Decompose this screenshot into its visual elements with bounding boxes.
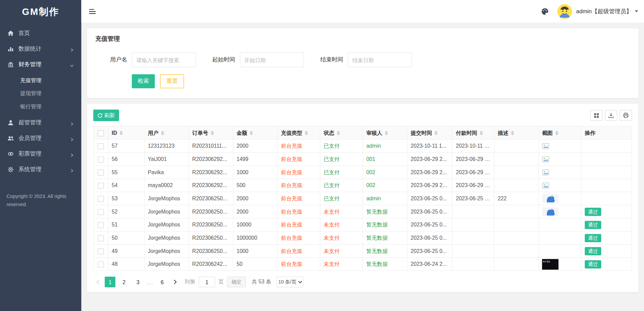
refresh-button[interactable]: 刷新 bbox=[93, 110, 119, 121]
row-checkbox[interactable] bbox=[98, 196, 104, 202]
sort-icon[interactable] bbox=[511, 131, 514, 135]
sidebar-item-system[interactable]: 系统管理 bbox=[0, 162, 81, 177]
sort-icon[interactable] bbox=[250, 131, 253, 135]
sidebar-item-lottery[interactable]: 彩票管理 bbox=[0, 146, 81, 162]
cell-screenshot bbox=[539, 179, 582, 192]
row-checkbox[interactable] bbox=[98, 261, 104, 268]
screenshot-thumbnail[interactable] bbox=[542, 194, 558, 203]
page-button-3[interactable]: 3 bbox=[133, 277, 143, 287]
search-button[interactable]: 检索 bbox=[132, 74, 155, 88]
cell-id: 57 bbox=[108, 139, 144, 152]
filter-columns-button[interactable] bbox=[590, 110, 602, 121]
chart-icon bbox=[7, 45, 14, 52]
table-toolbar: 刷新 bbox=[93, 110, 632, 121]
start-time-label: 起始时间 bbox=[212, 56, 235, 64]
sort-icon[interactable] bbox=[305, 131, 308, 135]
sidebar-item-recharge[interactable]: 充值管理 bbox=[0, 74, 81, 87]
print-button[interactable] bbox=[620, 110, 632, 121]
approve-button[interactable]: 通过 bbox=[585, 247, 601, 255]
sidebar-item-superadmin[interactable]: 超管管理 bbox=[0, 115, 81, 131]
cell-submit-time: 2023-06-24 2... bbox=[407, 258, 452, 271]
end-date-input[interactable] bbox=[348, 53, 412, 68]
approve-button[interactable]: 通过 bbox=[585, 234, 601, 242]
cell-status: 已支付 bbox=[320, 192, 363, 205]
cell-id: 50 bbox=[108, 231, 144, 244]
cell-order: R202306250... bbox=[189, 244, 233, 258]
sidebar-item-label: 银行管理 bbox=[20, 103, 74, 110]
cell-id: 48 bbox=[108, 258, 144, 271]
row-checkbox[interactable] bbox=[98, 156, 104, 162]
export-button[interactable] bbox=[605, 110, 617, 121]
row-checkbox[interactable] bbox=[98, 235, 104, 241]
sort-icon[interactable] bbox=[120, 131, 123, 135]
goto-page-input[interactable] bbox=[199, 277, 215, 287]
theme-palette-icon[interactable] bbox=[541, 7, 549, 15]
cell-reviewer: admin bbox=[363, 139, 407, 152]
page-button-1[interactable]: 1 bbox=[105, 277, 115, 287]
broken-image-icon bbox=[542, 142, 550, 150]
user-menu[interactable]: admin【超级管理员】 bbox=[576, 7, 638, 15]
sort-icon[interactable] bbox=[555, 131, 559, 135]
row-checkbox[interactable] bbox=[98, 222, 104, 228]
approve-button[interactable]: 通过 bbox=[585, 260, 601, 268]
chevron-right-icon bbox=[70, 47, 74, 51]
gear-icon bbox=[7, 166, 14, 173]
broken-image-icon bbox=[542, 182, 550, 189]
screenshot-thumbnail[interactable]: NYSE bbox=[542, 259, 558, 269]
cell-reviewer: 暂无数据 bbox=[363, 218, 407, 232]
row-checkbox[interactable] bbox=[98, 169, 104, 176]
main-area: admin【超级管理员】 充值管理 用户名 起始时间 bbox=[81, 0, 644, 311]
cell-action: 通过 bbox=[581, 218, 632, 232]
cell-user: JorgeMophos bbox=[144, 258, 189, 271]
cell-id: 54 bbox=[108, 179, 144, 192]
hamburger-menu-icon[interactable] bbox=[89, 8, 96, 15]
sidebar-item-finance[interactable]: 财务管理 bbox=[0, 57, 81, 72]
cell-id: 49 bbox=[108, 244, 144, 258]
sort-icon[interactable] bbox=[211, 131, 214, 135]
sort-icon[interactable] bbox=[337, 131, 340, 135]
prev-page-button[interactable] bbox=[93, 277, 102, 287]
sort-icon[interactable] bbox=[161, 131, 164, 135]
row-checkbox[interactable] bbox=[98, 248, 104, 254]
approve-button[interactable]: 通过 bbox=[585, 221, 601, 229]
row-checkbox[interactable] bbox=[98, 209, 104, 215]
reset-button[interactable]: 重置 bbox=[160, 74, 184, 88]
sidebar-item-statistics[interactable]: 数据统计 bbox=[0, 41, 81, 57]
cell-description bbox=[494, 244, 539, 258]
per-page-select[interactable]: 10 条/页 bbox=[276, 277, 304, 287]
sidebar-item-home[interactable]: 首页 bbox=[0, 25, 81, 41]
cell-user: 123123123 bbox=[144, 139, 189, 152]
sort-icon[interactable] bbox=[434, 131, 438, 135]
cell-status: 未支付 bbox=[320, 231, 363, 244]
page-button-6[interactable]: 6 bbox=[157, 277, 167, 287]
approve-button[interactable]: 通过 bbox=[585, 207, 601, 216]
sort-icon[interactable] bbox=[480, 131, 483, 135]
export-icon bbox=[608, 112, 614, 118]
row-checkbox[interactable] bbox=[98, 143, 104, 149]
next-page-button[interactable] bbox=[171, 277, 180, 287]
select-all-checkbox[interactable] bbox=[98, 130, 104, 136]
sidebar-item-members[interactable]: 会员管理 bbox=[0, 130, 81, 146]
start-date-input[interactable] bbox=[240, 53, 304, 68]
page-button-2[interactable]: 2 bbox=[119, 277, 129, 287]
confirm-button[interactable]: 确定 bbox=[227, 277, 246, 287]
total-count: 共 53 条 bbox=[252, 278, 271, 286]
avatar[interactable] bbox=[557, 4, 572, 19]
cell-reviewer: 暂无数据 bbox=[363, 231, 407, 244]
username-search-input[interactable] bbox=[132, 53, 196, 68]
table-row: 57123123123R202310111...2000前台充值已支付admin… bbox=[93, 139, 632, 152]
sort-icon[interactable] bbox=[385, 131, 388, 135]
cell-submit-time: 2023-06-29 2... bbox=[407, 179, 452, 192]
cell-action: 通过 bbox=[581, 244, 632, 258]
row-checkbox[interactable] bbox=[98, 182, 104, 188]
table-row: 52JorgeMophosR202306250...2000前台充值未支付暂无数… bbox=[93, 205, 632, 218]
sidebar-item-bank[interactable]: 银行管理 bbox=[0, 100, 81, 113]
cell-recharge-type: 前台充值 bbox=[278, 258, 320, 271]
sidebar-item-label: 充值管理 bbox=[20, 77, 74, 84]
screenshot-thumbnail[interactable] bbox=[542, 207, 558, 216]
broken-image-icon bbox=[542, 156, 550, 163]
sidebar-item-withdraw[interactable]: 提现管理 bbox=[0, 87, 81, 100]
filter-buttons: 检索 重置 bbox=[132, 74, 630, 88]
goto-label: 到第 bbox=[185, 278, 195, 286]
cell-user: YaiJ001 bbox=[144, 152, 189, 166]
